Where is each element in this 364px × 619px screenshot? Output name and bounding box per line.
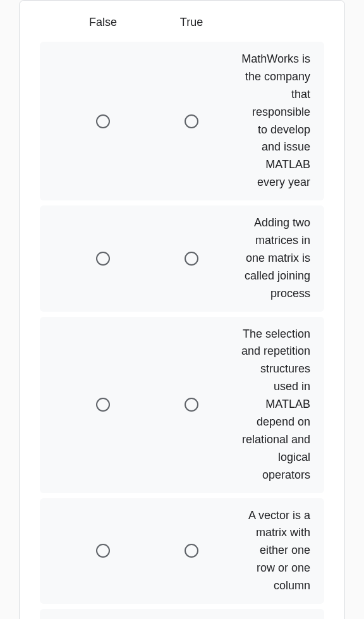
header-false: False xyxy=(59,16,147,29)
radio-true-1[interactable] xyxy=(185,252,198,266)
radio-col-false xyxy=(59,252,147,266)
question-row: Adding two matrices in one matrix is cal… xyxy=(40,205,324,311)
radio-col-true xyxy=(147,544,236,558)
radio-true-3[interactable] xyxy=(185,544,198,558)
question-text: A vector is a matrix with either one row… xyxy=(236,507,313,595)
quiz-card: False True MathWorks is the company that… xyxy=(19,0,345,619)
radio-col-true xyxy=(147,114,236,128)
question-text: MathWorks is the company that responsibl… xyxy=(236,51,313,192)
radio-col-false xyxy=(59,114,147,128)
radio-false-2[interactable] xyxy=(96,398,110,412)
question-row: A vector is a matrix with either one row… xyxy=(40,498,324,604)
header-true: True xyxy=(147,16,236,29)
radio-col-false xyxy=(59,544,147,558)
radio-false-1[interactable] xyxy=(96,252,110,266)
question-row: The selection and repetition structures … xyxy=(40,317,324,493)
question-row: MathWorks is the company that responsibl… xyxy=(40,42,324,200)
radio-col-false xyxy=(59,398,147,412)
header-row: False True xyxy=(20,1,344,42)
radio-false-0[interactable] xyxy=(96,114,110,128)
radio-col-true xyxy=(147,252,236,266)
radio-true-2[interactable] xyxy=(185,398,198,412)
question-text: The selection and repetition structures … xyxy=(236,326,313,484)
question-text: Adding two matrices in one matrix is cal… xyxy=(236,214,313,302)
radio-true-0[interactable] xyxy=(185,114,198,128)
radio-false-3[interactable] xyxy=(96,544,110,558)
question-row: is used to [] denote to not empty array xyxy=(40,609,324,619)
radio-col-true xyxy=(147,398,236,412)
